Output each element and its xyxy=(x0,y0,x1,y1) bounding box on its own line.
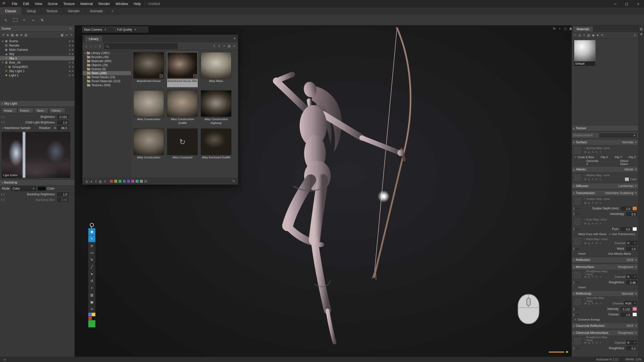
fresnel-input[interactable]: 1.0 xyxy=(621,313,631,316)
color-swatch[interactable] xyxy=(140,179,143,183)
fresnel-color-swatch[interactable] xyxy=(632,312,637,316)
texture-slot[interactable] xyxy=(573,146,582,155)
trash-icon[interactable]: × xyxy=(222,44,226,48)
grid-icon[interactable]: ▤ xyxy=(227,44,231,48)
scatter-depth-input[interactable]: 1.0 xyxy=(621,207,631,210)
gear-icon[interactable]: ⚙ xyxy=(583,242,587,245)
flip-y-checkbox[interactable]: Flip Y xyxy=(615,156,622,159)
minimize-button[interactable]: ─ xyxy=(609,0,621,8)
asset-cell-loading[interactable]: ↻ Alley Courtyard xyxy=(167,128,198,164)
swatch-red-black[interactable] xyxy=(88,316,95,320)
checkbox-icon[interactable]: ✓ xyxy=(583,298,586,301)
refresh-icon[interactable]: ↻ xyxy=(595,242,598,245)
sphere-icon[interactable]: ◎ xyxy=(85,180,89,183)
light-editor-preview[interactable]: Light Editor xyxy=(2,132,70,178)
asset-thumbnail[interactable] xyxy=(133,52,164,79)
albedo-section-header[interactable]: ▾ Albedo: Albedo▼ xyxy=(572,166,638,172)
collapse-icon[interactable]: ▾ xyxy=(573,292,575,295)
light-gizmo[interactable] xyxy=(378,190,390,202)
pencil-icon[interactable]: ✎ xyxy=(231,180,236,183)
pencil-icon[interactable]: ✎ xyxy=(591,222,595,225)
channel-select[interactable]: R▼ xyxy=(626,340,637,345)
reflectivity-section-header[interactable]: ▾ Reflectivity: Specular▼ xyxy=(572,291,638,297)
object-space-checkbox[interactable]: Object Space xyxy=(620,159,636,165)
checkbox-icon[interactable]: ✓ xyxy=(583,174,586,177)
import-icon[interactable]: ↧ xyxy=(94,180,98,183)
slider-grip[interactable] xyxy=(2,193,4,196)
collapse-icon[interactable]: ▾ xyxy=(573,325,575,327)
camera-icon[interactable]: ◉ xyxy=(591,34,595,37)
status-left-icon[interactable]: ≡ xyxy=(3,358,7,361)
zoom-icon[interactable]: ◎ xyxy=(587,242,591,245)
child-brightness-input[interactable]: 1.0 xyxy=(57,120,68,124)
mask-fuzz-checkbox[interactable]: Mask Fuzz with Gloss xyxy=(578,233,607,236)
gear-icon[interactable]: ⚙ xyxy=(583,178,587,181)
marquee-select-tool[interactable] xyxy=(11,16,19,24)
slider[interactable] xyxy=(573,214,580,214)
albedo-type-dropdown[interactable]: Albedo▼ xyxy=(624,168,637,171)
color-swatch[interactable] xyxy=(144,179,147,183)
collapse-icon[interactable]: ▾ xyxy=(573,168,575,171)
checkbox-icon[interactable]: ✓ xyxy=(583,218,586,221)
menu-view[interactable]: View xyxy=(32,0,45,8)
slider[interactable] xyxy=(573,348,580,349)
checkbox-icon[interactable]: ✓ xyxy=(583,271,586,275)
cursor-tool[interactable]: ↖ xyxy=(88,235,95,242)
collapse-icon[interactable]: ▾ xyxy=(573,185,575,188)
trash-icon[interactable]: × xyxy=(69,33,73,36)
maximize-button[interactable]: ▢ xyxy=(621,0,632,8)
clearcoat-roughness-input[interactable]: 0.3 xyxy=(626,346,637,350)
remove-icon[interactable]: × xyxy=(598,222,602,225)
checkbox-icon[interactable]: ✓ xyxy=(583,147,586,150)
remove-icon[interactable]: × xyxy=(598,302,602,305)
folder-smart-masks[interactable]: Smart Masks (18) xyxy=(83,75,131,79)
slider-grip[interactable] xyxy=(2,116,4,118)
library-button[interactable]: Library... xyxy=(49,108,65,113)
use-albedo-alpha-checkbox[interactable]: Use Albedo Alpha xyxy=(608,252,631,255)
scene-node-sky-light-1[interactable]: ☀ Sky Light 1 xyxy=(0,69,74,73)
microsurface-section-header[interactable]: ▾ Microsurface: Roughness▼ xyxy=(572,264,638,270)
backdrop-panel-header[interactable]: ▾ Backdrop xyxy=(0,179,74,186)
intensity-input[interactable]: 0.132 xyxy=(621,307,631,311)
asset-checkbox[interactable] xyxy=(193,74,197,78)
anisotropy-input[interactable]: 0.0 xyxy=(626,212,637,216)
export-button[interactable]: Export... xyxy=(18,108,34,113)
camera-select[interactable]: Main Camera ▼ xyxy=(82,27,115,32)
collapse-icon[interactable]: ▸ xyxy=(573,127,575,130)
undo-tool[interactable]: ↺ xyxy=(88,278,95,285)
layout-icon[interactable]: ▣ xyxy=(569,27,572,30)
pencil-icon[interactable]: ✎ xyxy=(591,178,595,181)
folder-icon[interactable]: ▣ xyxy=(60,33,64,36)
folder-brushes[interactable]: Brushes (48) xyxy=(83,55,131,59)
star-icon[interactable]: ★ xyxy=(595,34,600,37)
gear-icon[interactable]: ⚙ xyxy=(583,341,587,344)
grid-icon[interactable]: ▤ xyxy=(639,27,643,30)
menu-help[interactable]: Help xyxy=(131,0,144,8)
specular-color-swatch[interactable] xyxy=(632,307,637,311)
transmission-type-dropdown[interactable]: Volumetric Scattering▼ xyxy=(605,191,637,195)
cube-icon[interactable]: ▦ xyxy=(10,33,15,36)
texture-slot[interactable] xyxy=(573,217,582,226)
dot-tool[interactable]: ● xyxy=(88,270,95,278)
polygon-lasso-tool[interactable]: ✎ xyxy=(38,16,46,24)
asset-cell-selected[interactable]: Abandoned House Attic xyxy=(167,52,198,87)
menu-scene[interactable]: Scene xyxy=(45,0,61,8)
asset-thumbnail[interactable] xyxy=(167,90,198,117)
node-toggles[interactable] xyxy=(67,62,73,63)
home-icon[interactable]: ⌂ xyxy=(84,45,89,48)
image-button[interactable]: Image... xyxy=(2,108,17,113)
library-tab[interactable]: Library xyxy=(85,36,103,42)
node-toggles[interactable] xyxy=(67,45,73,46)
slider[interactable] xyxy=(573,309,580,309)
camera-icon[interactable]: ◉ xyxy=(15,33,19,36)
dot-icon[interactable]: ● xyxy=(89,180,94,183)
back-icon[interactable]: ← xyxy=(89,45,93,48)
refresh-icon[interactable]: ↻ xyxy=(600,34,605,37)
diffusion-type-dropdown[interactable]: Lambertian▼ xyxy=(618,184,637,188)
collapse-icon[interactable]: ▾ xyxy=(2,181,3,184)
zoom-icon[interactable]: ◎ xyxy=(587,202,591,204)
texture-slot[interactable] xyxy=(573,297,582,306)
scene-node-render[interactable]: ▤ Render xyxy=(0,43,74,48)
list-icon[interactable]: ≡ xyxy=(232,44,236,48)
texture-section-header[interactable]: ▸ Texture xyxy=(572,125,638,131)
